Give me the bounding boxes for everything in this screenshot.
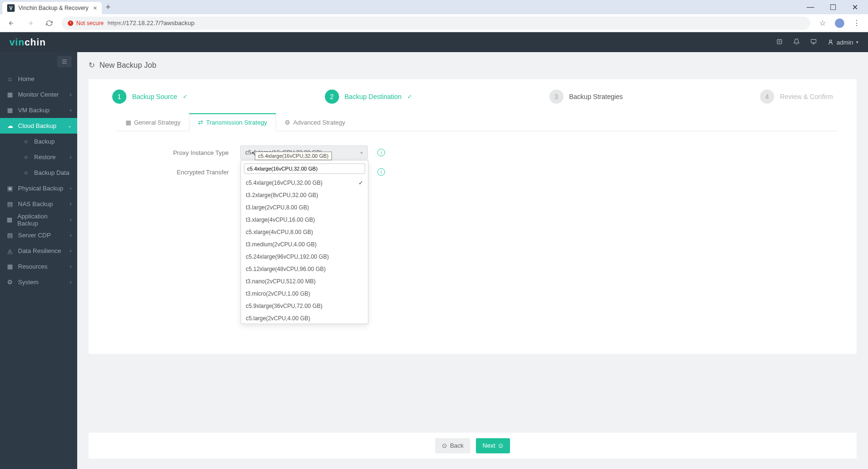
sidebar-item-label: Resources: [18, 263, 47, 270]
step-number: 3: [549, 90, 564, 104]
refresh-icon[interactable]: ↻: [89, 61, 95, 70]
step-label: Backup Strategies: [569, 93, 623, 100]
circle-icon: ○: [23, 138, 29, 145]
sidebar-item-data-resilience[interactable]: ◬Data Resilience‹: [0, 243, 77, 259]
step-backup-destination[interactable]: 2 Backup Destination ✓: [325, 90, 412, 104]
sidebar-item-resources[interactable]: ▦Resources‹: [0, 259, 77, 274]
sidebar-item-nas[interactable]: ▤NAS Backup‹: [0, 196, 77, 212]
button-label: Back: [450, 442, 464, 449]
close-tab-icon[interactable]: ×: [93, 4, 97, 12]
dropdown-option[interactable]: t3.xlarge(4vCPU,16.00 GB): [241, 214, 368, 226]
step-backup-strategies[interactable]: 3 Backup Strategies: [549, 90, 623, 104]
sidebar-item-home[interactable]: ⌂Home: [0, 71, 77, 87]
strategy-icon: ▦: [125, 119, 131, 126]
tab-transmission-strategy[interactable]: ⇄Transmission Strategy: [189, 113, 276, 131]
new-tab-button[interactable]: +: [102, 2, 115, 12]
chevron-down-icon: ⌄: [68, 123, 72, 128]
chevron-down-icon: ▾: [360, 150, 363, 155]
sidebar-item-system[interactable]: ⚙System‹: [0, 274, 77, 290]
tab-advanced-strategy[interactable]: ⚙Advanced Strategy: [276, 113, 354, 131]
url-field[interactable]: Not secure https://172.18.22.7/?awsbacku…: [62, 17, 810, 30]
tooltip: c5.4xlarge(16vCPU,32.00 GB): [255, 152, 332, 160]
sidebar-item-app-backup[interactable]: ▦Application Backup‹: [0, 212, 77, 227]
step-number: 1: [112, 90, 126, 104]
dropdown-search-input[interactable]: [244, 163, 365, 174]
app-header: vinchin admin ▾: [0, 32, 868, 52]
minimize-button[interactable]: —: [800, 0, 821, 14]
resources-icon: ▦: [7, 263, 13, 270]
sidebar-sub-backup[interactable]: ○Backup: [16, 134, 77, 149]
list-icon[interactable]: [776, 38, 783, 46]
dropdown-option[interactable]: c5.12xlarge(48vCPU,96.00 GB): [241, 263, 368, 275]
dropdown-option[interactable]: c5.9xlarge(36vCPU,72.00 GB): [241, 300, 368, 312]
sidebar-item-label: VM Backup: [18, 107, 49, 114]
step-label: Review & Confirm: [780, 93, 833, 100]
bookmark-star-icon[interactable]: ☆: [816, 17, 829, 30]
user-menu[interactable]: admin ▾: [827, 39, 859, 46]
back-icon[interactable]: [5, 17, 18, 30]
tab-label: Transmission Strategy: [206, 119, 267, 126]
browser-menu-icon[interactable]: ⋮: [850, 17, 863, 30]
sidebar-item-label: Cloud Backup: [18, 122, 56, 129]
row-proxy-instance: Proxy Instance Type c5.4xlarge(16vCPU,32…: [131, 145, 814, 160]
dropdown-option[interactable]: c5.4xlarge(16vCPU,32.00 GB)✓: [241, 177, 368, 189]
svg-rect-2: [811, 39, 816, 43]
sidebar-item-monitor[interactable]: ▦Monitor Center‹: [0, 87, 77, 102]
tab-label: Advanced Strategy: [293, 119, 345, 126]
monitor-icon[interactable]: [810, 38, 817, 46]
sidebar-toggle[interactable]: [57, 56, 72, 67]
dropdown-list[interactable]: c5.4xlarge(16vCPU,32.00 GB)✓t3.2xlarge(8…: [241, 177, 368, 324]
sidebar-item-server-cdp[interactable]: ▤Server CDP‹: [0, 227, 77, 243]
row-encrypted-transfer: Encrypted Transfer i: [131, 168, 814, 176]
next-button[interactable]: Next⊙: [476, 438, 510, 453]
sidebar-item-label: Data Resilience: [18, 247, 61, 254]
user-name: admin: [837, 39, 853, 46]
forward-icon[interactable]: [24, 17, 37, 30]
dropdown-option[interactable]: t3.2xlarge(8vCPU,32.00 GB): [241, 189, 368, 201]
sidebar-sub-backup-data[interactable]: ○Backup Data: [16, 165, 77, 180]
chevron-icon: ‹: [70, 233, 72, 238]
sidebar-item-label: Monitor Center: [18, 91, 59, 98]
vm-icon: ▦: [7, 107, 13, 114]
tab-general-strategy[interactable]: ▦General Strategy: [117, 113, 189, 131]
chevron-icon: ‹: [70, 108, 72, 113]
home-icon: ⌂: [7, 75, 13, 82]
sidebar-sub-restore[interactable]: ○Restore‹: [16, 149, 77, 165]
bell-icon[interactable]: [793, 38, 800, 46]
proxy-instance-select[interactable]: c5.4xlarge(16vCPU,32.00 GB) ▾ ↖ c5.4xlar…: [240, 145, 368, 160]
step-backup-source[interactable]: 1 Backup Source ✓: [112, 90, 188, 104]
dropdown-option[interactable]: c5.24xlarge(96vCPU,192.00 GB): [241, 251, 368, 263]
sidebar-item-label: Server CDP: [18, 232, 51, 239]
gear-icon: ⚙: [7, 279, 13, 286]
dropdown-option[interactable]: t3.medium(2vCPU,4.00 GB): [241, 238, 368, 251]
cursor-icon: ↖: [251, 150, 257, 157]
strategy-tabs: ▦General Strategy ⇄Transmission Strategy…: [117, 113, 838, 131]
browser-tab[interactable]: V Vinchin Backup & Recovery ×: [2, 2, 102, 14]
dropdown-option[interactable]: t3.nano(2vCPU,512.00 MB): [241, 275, 368, 288]
step-review-confirm[interactable]: 4 Review & Confirm: [760, 90, 833, 104]
sidebar-item-vm-backup[interactable]: ▦VM Backup‹: [0, 102, 77, 118]
close-window-button[interactable]: ✕: [844, 0, 866, 14]
nas-icon: ▤: [7, 200, 13, 207]
dropdown-option[interactable]: c5.xlarge(4vCPU,8.00 GB): [241, 226, 368, 238]
dropdown-panel: c5.4xlarge(16vCPU,32.00 GB)✓t3.2xlarge(8…: [241, 160, 368, 324]
info-icon[interactable]: i: [377, 149, 385, 156]
tab-title: Vinchin Backup & Recovery: [18, 5, 89, 11]
sidebar-item-physical[interactable]: ▣Physical Backup‹: [0, 180, 77, 196]
sidebar-item-cloud-backup[interactable]: ☁Cloud Backup⌄: [0, 118, 77, 134]
footer-bar: ⊙Back Next⊙: [89, 432, 857, 459]
profile-avatar[interactable]: [835, 18, 844, 28]
maximize-button[interactable]: ☐: [822, 0, 843, 14]
sidebar-item-label: Restore: [34, 153, 56, 161]
back-button[interactable]: ⊙Back: [435, 438, 470, 453]
tab-label: General Strategy: [134, 119, 180, 126]
reload-icon[interactable]: [43, 17, 56, 30]
proxy-label: Proxy Instance Type: [131, 149, 240, 156]
dropdown-option[interactable]: c5.large(2vCPU,4.00 GB): [241, 312, 368, 324]
dropdown-option[interactable]: t3.micro(2vCPU,1.00 GB): [241, 288, 368, 300]
chevron-icon: ‹: [70, 280, 72, 285]
info-icon[interactable]: i: [377, 168, 385, 176]
user-icon: [827, 39, 834, 45]
dropdown-option[interactable]: t3.large(2vCPU,8.00 GB): [241, 201, 368, 214]
step-number: 4: [760, 90, 774, 104]
